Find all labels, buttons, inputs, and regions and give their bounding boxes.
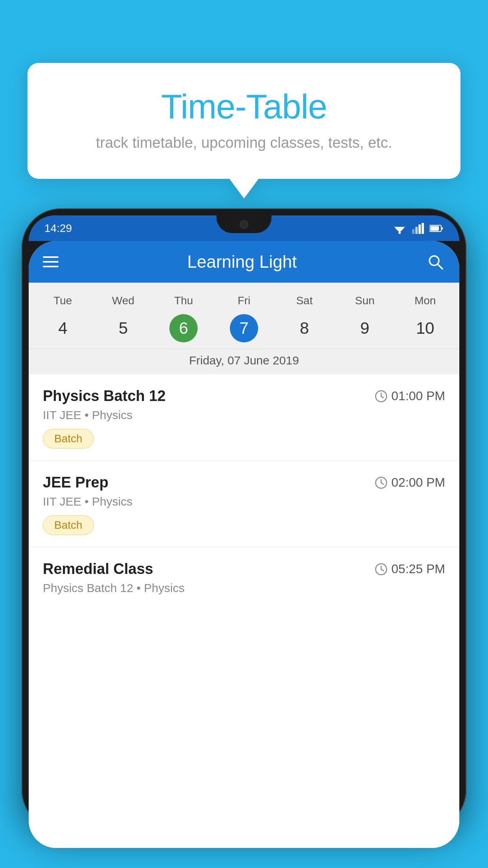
schedule-item-3-time: 05:25 PM	[375, 562, 445, 576]
date-8[interactable]: 8	[274, 314, 335, 342]
schedule-item-1-badge: Batch	[43, 429, 94, 449]
tooltip-title: Time-Table	[51, 86, 437, 127]
svg-rect-5	[418, 224, 421, 234]
search-icon	[427, 253, 444, 270]
notch	[216, 215, 272, 233]
day-tue[interactable]: Tue	[33, 291, 93, 311]
status-icons	[393, 223, 444, 234]
schedule-item-1-header: Physics Batch 12 01:00 PM	[43, 388, 445, 405]
tooltip-subtitle: track timetable, upcoming classes, tests…	[51, 134, 437, 151]
schedule-item-3-title: Remedial Class	[43, 561, 153, 577]
date-4[interactable]: 4	[33, 314, 93, 342]
day-wed[interactable]: Wed	[93, 291, 154, 311]
svg-line-14	[381, 396, 383, 398]
battery-icon	[429, 224, 444, 232]
phone-wrapper: 14:29	[22, 208, 466, 868]
status-bar: 14:29	[29, 215, 459, 241]
svg-rect-4	[415, 227, 418, 234]
svg-rect-6	[422, 223, 424, 234]
date-7-selected[interactable]: 7	[230, 314, 258, 342]
svg-line-11	[438, 264, 442, 269]
schedule-item-3-meta: Physics Batch 12 • Physics	[43, 581, 445, 595]
day-sun[interactable]: Sun	[335, 291, 395, 311]
schedule-list: Physics Batch 12 01:00 PM IIT JEE • Phys…	[29, 374, 459, 848]
search-button[interactable]	[426, 252, 445, 272]
clock-icon-2	[375, 476, 387, 489]
app-bar: Learning Light	[29, 241, 459, 283]
clock-icon-3	[375, 563, 387, 576]
day-mon[interactable]: Mon	[395, 291, 455, 311]
svg-point-2	[398, 232, 401, 234]
schedule-item-2-time: 02:00 PM	[375, 475, 445, 490]
schedule-item-1-meta: IIT JEE • Physics	[43, 408, 445, 422]
phone-outer: 14:29	[22, 208, 466, 829]
tooltip-card: Time-Table track timetable, upcoming cla…	[28, 63, 460, 179]
day-fri[interactable]: Fri	[214, 291, 274, 311]
schedule-item-1[interactable]: Physics Batch 12 01:00 PM IIT JEE • Phys…	[29, 374, 459, 461]
schedule-item-2-title: JEE Prep	[43, 474, 108, 491]
schedule-item-2-badge: Batch	[43, 515, 94, 535]
schedule-item-1-time: 01:00 PM	[375, 389, 445, 403]
svg-rect-3	[412, 229, 415, 234]
calendar-date-label: Friday, 07 June 2019	[29, 349, 459, 374]
date-10[interactable]: 10	[395, 314, 455, 342]
svg-line-17	[381, 483, 383, 484]
days-numbers: 4 5 6 7 8 9 10	[29, 311, 459, 349]
date-5[interactable]: 5	[93, 314, 154, 342]
schedule-item-2[interactable]: JEE Prep 02:00 PM IIT JEE • Physics Batc…	[29, 461, 459, 547]
camera	[240, 220, 248, 229]
day-thu[interactable]: Thu	[153, 291, 214, 311]
schedule-item-1-title: Physics Batch 12	[43, 388, 166, 405]
calendar-strip: Tue Wed Thu Fri Sat Sun Mon 4 5 6 7 8 9 …	[29, 283, 459, 374]
wifi-icon	[393, 223, 407, 234]
days-header: Tue Wed Thu Fri Sat Sun Mon	[29, 291, 459, 311]
schedule-item-2-header: JEE Prep 02:00 PM	[43, 474, 445, 491]
schedule-item-2-meta: IIT JEE • Physics	[43, 495, 445, 508]
app-title: Learning Light	[187, 252, 297, 272]
svg-rect-8	[441, 227, 443, 230]
date-6-today[interactable]: 6	[169, 314, 198, 342]
svg-line-20	[381, 569, 383, 571]
schedule-item-3-header: Remedial Class 05:25 PM	[43, 561, 445, 577]
schedule-item-3[interactable]: Remedial Class 05:25 PM Physics Batch 12…	[29, 547, 459, 610]
day-sat[interactable]: Sat	[274, 291, 335, 311]
date-9[interactable]: 9	[335, 314, 395, 342]
menu-button[interactable]	[43, 256, 59, 267]
phone-screen: Learning Light Tue Wed Thu Fri Sat Sun	[29, 241, 459, 848]
status-time: 14:29	[44, 222, 72, 235]
signal-icon	[412, 223, 424, 234]
clock-icon-1	[375, 390, 387, 403]
svg-rect-9	[430, 226, 439, 231]
